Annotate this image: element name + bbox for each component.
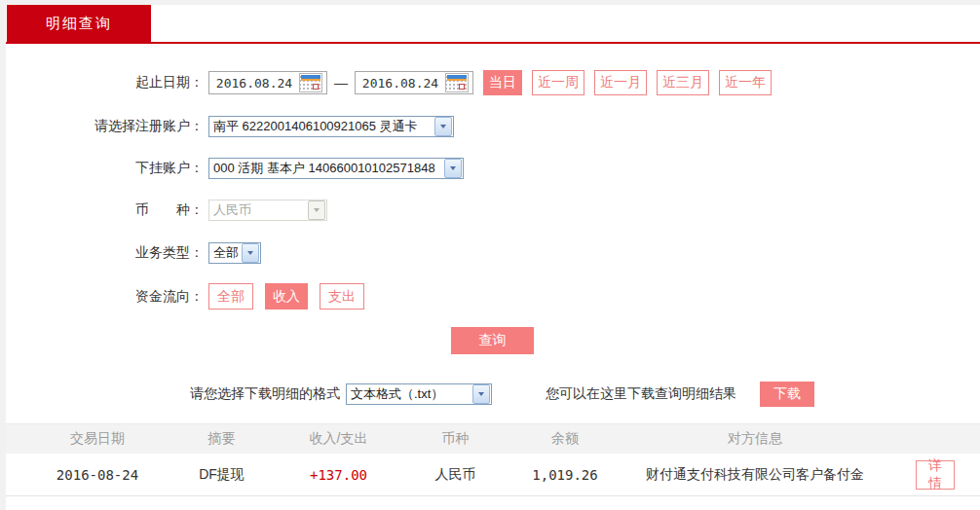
- header-summary: 摘要: [166, 430, 278, 448]
- header-currency: 币种: [399, 430, 511, 448]
- sub-account-row: 下挂账户： 000 活期 基本户 140660010102571848: [0, 158, 464, 179]
- header-counterparty: 对方信息: [619, 430, 891, 448]
- end-date-value[interactable]: [356, 76, 445, 91]
- start-date-value[interactable]: [209, 76, 299, 91]
- chevron-down-icon: [434, 117, 452, 136]
- registered-account-row: 请选择注册账户： 南平 6222001406100921065 灵通卡: [0, 116, 454, 137]
- cell-trade-date: 2016-08-24: [29, 467, 166, 483]
- flow-expense-button[interactable]: 支出: [320, 283, 364, 310]
- header-amount: 收入/支出: [278, 430, 399, 448]
- download-format-select[interactable]: 文本格式（.txt）: [346, 383, 492, 405]
- currency-row: 币 种： 人民币: [0, 200, 327, 221]
- cell-currency: 人民币: [399, 466, 511, 484]
- range-year-button[interactable]: 近一年: [719, 70, 772, 95]
- end-date-input[interactable]: [355, 71, 473, 94]
- cell-counterparty: 财付通支付科技有限公司客户备付金: [619, 466, 891, 484]
- business-type-label: 业务类型：: [0, 244, 204, 262]
- business-type-row: 业务类型： 全部: [0, 242, 261, 264]
- registered-account-value: 南平 6222001406100921065 灵通卡: [209, 118, 418, 135]
- cell-balance: 1,019.26: [511, 467, 619, 483]
- chevron-down-icon: [444, 159, 462, 178]
- cell-amount: +137.00: [278, 467, 399, 483]
- table-row: 2016-08-24 DF提现 +137.00 人民币 1,019.26 财付通…: [6, 454, 980, 496]
- chevron-down-icon: [472, 384, 490, 404]
- tab-label: 明细查询: [46, 15, 112, 33]
- chevron-down-icon: [242, 243, 259, 263]
- download-format-value: 文本格式（.txt）: [347, 385, 443, 403]
- business-type-value: 全部: [209, 244, 239, 262]
- tab-detail-query[interactable]: 明细查询: [7, 5, 151, 42]
- header-balance: 余额: [511, 430, 619, 448]
- date-separator: —: [334, 75, 348, 91]
- tab-underline: [6, 42, 980, 44]
- business-type-select[interactable]: 全部: [208, 242, 261, 264]
- flow-all-button[interactable]: 全部: [208, 283, 253, 310]
- download-row: 请您选择下载明细的格式 文本格式（.txt） 您可以在这里下载查询明细结果 下载: [190, 382, 814, 407]
- calendar-icon[interactable]: [299, 73, 322, 92]
- table-header: 交易日期 摘要 收入/支出 币种 余额 对方信息: [6, 423, 980, 454]
- download-format-label: 请您选择下载明细的格式: [190, 385, 340, 403]
- registered-account-label: 请选择注册账户：: [0, 118, 204, 135]
- fund-flow-label: 资金流向：: [0, 288, 204, 306]
- cell-summary: DF提现: [166, 466, 278, 484]
- query-button[interactable]: 查询: [451, 327, 534, 354]
- registered-account-select[interactable]: 南平 6222001406100921065 灵通卡: [208, 116, 454, 137]
- currency-value: 人民币: [209, 201, 251, 219]
- detail-query-page: 明细查询 起止日期： — 当日 近一周 近一月 近三月 近一年 请选择注册账户：…: [0, 0, 980, 510]
- start-date-input[interactable]: [208, 71, 327, 94]
- chevron-down-icon: [308, 200, 325, 220]
- date-range-label: 起止日期：: [0, 74, 204, 91]
- download-button[interactable]: 下载: [760, 382, 814, 407]
- fund-flow-row: 资金流向： 全部 收入 支出: [0, 283, 364, 310]
- range-today-button[interactable]: 当日: [483, 70, 522, 95]
- header-trade-date: 交易日期: [29, 430, 166, 448]
- range-month-button[interactable]: 近一月: [594, 70, 647, 95]
- flow-income-button[interactable]: 收入: [265, 283, 308, 310]
- download-hint: 您可以在这里下载查询明细结果: [546, 385, 736, 403]
- range-quarter-button[interactable]: 近三月: [657, 70, 709, 95]
- sub-account-value: 000 活期 基本户 140660010102571848: [209, 160, 435, 177]
- currency-label: 币 种：: [0, 201, 204, 219]
- detail-button[interactable]: 详情: [916, 460, 955, 490]
- sub-account-select[interactable]: 000 活期 基本户 140660010102571848: [208, 158, 464, 179]
- currency-select: 人民币: [208, 200, 327, 221]
- range-week-button[interactable]: 近一周: [532, 70, 584, 95]
- sub-account-label: 下挂账户：: [0, 160, 204, 177]
- date-range-row: 起止日期： — 当日 近一周 近一月 近三月 近一年: [0, 70, 772, 95]
- calendar-icon[interactable]: [445, 73, 469, 92]
